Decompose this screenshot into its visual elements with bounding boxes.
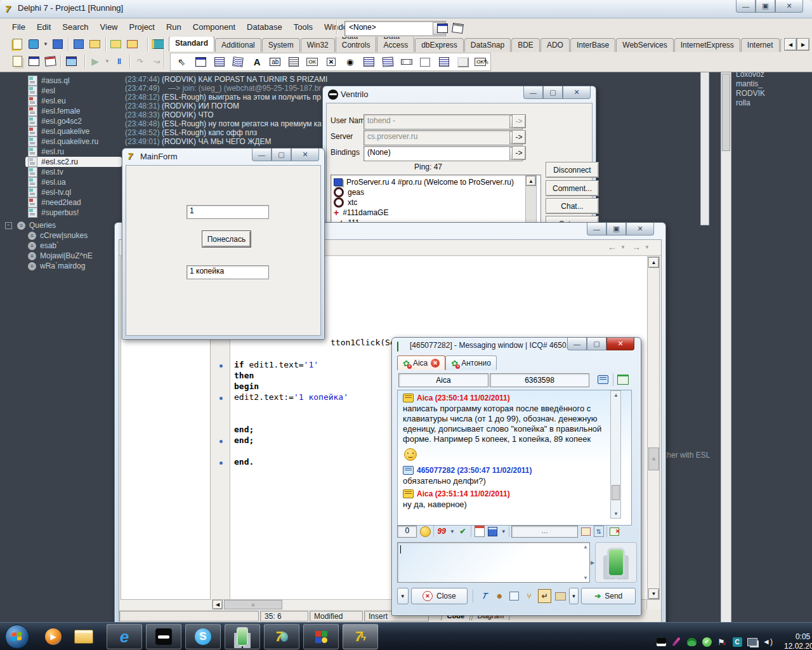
add-to-project-icon[interactable] [87, 36, 103, 52]
scroll-down-icon[interactable]: ▼ [613, 511, 619, 517]
listbox-icon[interactable] [360, 53, 377, 70]
combobox-icon[interactable] [379, 53, 396, 70]
ventrilo-tree-scrollbar[interactable]: ▲ [525, 175, 537, 229]
contact-card-icon[interactable] [596, 373, 609, 386]
bindings-combobox[interactable]: (None)▼ [363, 146, 523, 161]
history-scrollbar[interactable]: ▲ ▼ [610, 390, 621, 519]
message-input[interactable]: ▲ ▼ [397, 542, 590, 583]
irc-query[interactable]: ≡cCrew|snukes [0, 230, 122, 241]
memo-icon[interactable] [285, 53, 302, 70]
maximize-button[interactable]: ▢ [543, 86, 563, 99]
input-scroll-down-icon[interactable]: ▼ [583, 575, 588, 581]
maximize-button[interactable]: ▢ [587, 338, 606, 350]
split-view-icon[interactable]: ⇅ [594, 526, 604, 537]
step-over-icon[interactable]: ↝ [148, 53, 165, 69]
tray-action-center-icon[interactable]: ⚑✕ [716, 636, 728, 647]
palette-tab[interactable]: WebSnap [780, 38, 782, 52]
menu-file[interactable]: File [6, 19, 31, 35]
palette-tab[interactable]: InternetExpress [674, 38, 740, 52]
tray-ventrilo-icon[interactable] [655, 636, 667, 647]
close-button[interactable]: ✕ [291, 149, 319, 161]
taskbar-ventrilo-icon[interactable] [146, 624, 181, 649]
palette-scroll-right-icon[interactable]: ▶ [797, 38, 809, 51]
palette-tab[interactable]: BDE [511, 38, 540, 52]
irc-nicklist-scrollbar[interactable] [721, 72, 731, 623]
view-form-icon[interactable] [63, 53, 79, 69]
save-desktop-icon[interactable] [434, 20, 450, 36]
tab-contact-active[interactable]: ✿✕ Aica ✕ [397, 355, 445, 370]
irc-query[interactable]: ≡wRa`mairdog [0, 261, 122, 271]
poneslas-button[interactable]: Понеслась [202, 230, 251, 248]
new-form-icon[interactable] [42, 53, 58, 69]
palette-tab[interactable]: dbExpress [415, 38, 464, 52]
history-folder-icon[interactable] [617, 373, 629, 386]
edit2-field[interactable]: 1 копейка [187, 265, 269, 279]
close-button[interactable]: ✕ [775, 0, 803, 13]
menu-component[interactable]: Component [187, 19, 241, 35]
breakpoint-dot[interactable] [219, 397, 223, 400]
calendar-icon[interactable] [474, 525, 485, 538]
scrollbar-thumb[interactable]: ≡ [648, 448, 659, 470]
palette-tab[interactable]: Win32 [301, 38, 335, 52]
scroll-left-icon[interactable]: ◀ [213, 600, 223, 609]
restore-button[interactable]: ▣ [756, 0, 775, 13]
scroll-down-icon[interactable]: ▼ [648, 588, 659, 599]
maximize-button[interactable]: ▢ [272, 149, 291, 161]
taskbar-delphi-icon[interactable]: 7 [264, 624, 299, 649]
menu-view[interactable]: View [95, 19, 124, 35]
spellcheck-icon[interactable]: ✔ [457, 525, 468, 538]
frames-icon[interactable] [192, 53, 209, 70]
tab-contact[interactable]: ✿✕ Антонио [445, 355, 497, 370]
irc-channel[interactable]: #superbus! [0, 208, 122, 218]
palette-tab[interactable]: Additional [215, 38, 261, 52]
irc-channel[interactable]: #esl [0, 86, 122, 96]
palette-tab[interactable]: InterBase [570, 38, 615, 52]
palette-tab[interactable]: System [262, 38, 300, 52]
radiogroup-icon[interactable] [436, 53, 453, 70]
edit-icon[interactable]: ab [268, 54, 284, 70]
send-on-enter-icon[interactable]: ↵ [538, 589, 551, 603]
breakpoint-dot[interactable] [219, 461, 223, 465]
clear-format-icon[interactable] [580, 525, 591, 538]
run-icon[interactable]: ▶ [87, 53, 103, 69]
tray-qip-frog-icon[interactable] [686, 636, 697, 647]
comment-button[interactable]: Comment... [546, 180, 599, 196]
nick-item[interactable]: mantis_ [736, 79, 811, 89]
disconnect-button[interactable]: Disconnect [546, 162, 599, 178]
minimize-button[interactable]: — [587, 223, 606, 235]
back-icon[interactable]: ← [608, 242, 617, 252]
tree-item-user[interactable]: geas [331, 187, 540, 197]
palette-tab[interactable]: WebServices [616, 38, 673, 52]
tree-item-user[interactable]: xtc [331, 197, 540, 208]
open-project-icon[interactable] [70, 36, 87, 52]
forward-icon[interactable]: → [632, 242, 641, 252]
save-file-icon[interactable] [49, 36, 66, 52]
back-dropdown-icon[interactable]: ▼ [620, 244, 625, 250]
irc-channel[interactable]: #esl.quakelive.ru [0, 136, 122, 147]
open-file-icon[interactable] [25, 36, 42, 52]
irc-query[interactable]: ≡esab` [0, 241, 122, 251]
tray-app-icon[interactable]: C [731, 636, 743, 647]
irc-channel[interactable]: #esl.ru [0, 147, 122, 157]
close-tab-icon[interactable]: ✕ [431, 359, 440, 368]
irc-channel[interactable]: #esl.tv [0, 167, 122, 177]
irc-channel[interactable]: #esl.go4sc2 [0, 116, 122, 126]
pause-icon[interactable]: ‖ [111, 53, 128, 69]
tree-item-server[interactable]: ProServer.ru 4 #pro.ru (Welcome to ProSe… [331, 177, 540, 187]
tray-skype-status-icon[interactable]: ✔ [701, 636, 712, 647]
taskbar-delphi-running-icon[interactable]: 7 ϟ [343, 624, 378, 649]
minimize-button[interactable]: — [523, 86, 543, 99]
font-style-icon[interactable]: 𝑇 [478, 590, 490, 602]
scroll-up-icon[interactable]: ▲ [648, 257, 659, 268]
view-unit-icon[interactable] [9, 53, 25, 69]
irc-channel[interactable]: #esl-tv.ql [0, 187, 122, 197]
nick-item[interactable]: RODVIK [736, 89, 811, 98]
scrollbar-icon[interactable] [398, 53, 415, 70]
radiobutton-icon[interactable]: ◉ [341, 53, 358, 70]
editor-vscrollbar[interactable]: ▲ ≡ ▼ [647, 256, 660, 600]
breakpoint-dot[interactable] [219, 364, 223, 368]
server-go-button[interactable]: -> [512, 130, 526, 144]
irc-channel[interactable]: #esl.female [0, 106, 122, 116]
irc-channel[interactable]: #asus.ql [0, 76, 122, 86]
irc-channel[interactable]: #esl.ua [0, 177, 122, 187]
